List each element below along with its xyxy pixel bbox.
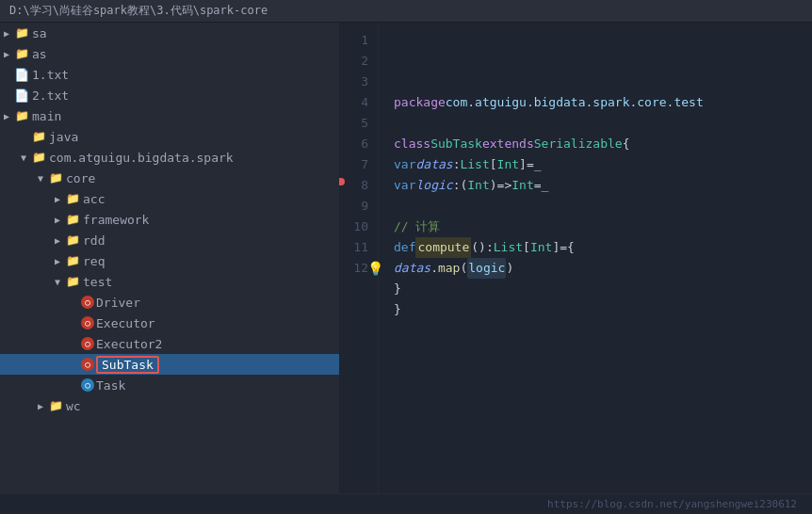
scala-icon: ○ bbox=[81, 316, 94, 329]
folder-icon: 📁 bbox=[30, 130, 47, 143]
tree-item-label: java bbox=[49, 130, 78, 144]
tree-item-Executor[interactable]: ○Executor bbox=[0, 313, 339, 333]
scala-icon: ○ bbox=[81, 337, 94, 350]
tree-item-label: 2.txt bbox=[32, 88, 69, 103]
code-editor[interactable]: 123456789101112 package com.atguigu.bigd… bbox=[339, 23, 812, 493]
line-number-1: 1 bbox=[339, 30, 378, 51]
tree-item-com[interactable]: ▼📁com.atguigu.bigdata.spark bbox=[0, 147, 339, 168]
tree-item-1txt[interactable]: 📄1.txt bbox=[0, 64, 339, 85]
file-tree[interactable]: ▶📁sa▶📁as 📄1.txt 📄2.txt▶📁main 📁java▼📁com.… bbox=[0, 23, 339, 493]
tree-item-test[interactable]: ▼📁test bbox=[0, 271, 339, 292]
tree-arrow[interactable]: ▶ bbox=[51, 256, 64, 266]
tree-item-SubTask[interactable]: ○SubTask bbox=[0, 354, 339, 375]
tree-arrow[interactable]: ▼ bbox=[34, 173, 47, 184]
folder-icon: 📁 bbox=[47, 399, 64, 412]
tree-arrow[interactable]: ▶ bbox=[51, 215, 64, 225]
status-bar: https://blog.csdn.net/yangshengwei230612 bbox=[0, 493, 812, 514]
tree-item-label: test bbox=[83, 275, 112, 289]
tree-arrow[interactable]: ▼ bbox=[51, 277, 64, 287]
code-line-3: class SubTask extends Serializable { bbox=[394, 134, 812, 154]
tree-arrow[interactable]: ▶ bbox=[0, 49, 13, 59]
line-number-4: 4 bbox=[339, 92, 378, 113]
main-area: ▶📁sa▶📁as 📄1.txt 📄2.txt▶📁main 📁java▼📁com.… bbox=[0, 23, 812, 493]
tree-item-java[interactable]: 📁java bbox=[0, 126, 339, 147]
tree-item-Driver[interactable]: ○Driver bbox=[0, 292, 339, 313]
tree-item-label: com.atguigu.bigdata.spark bbox=[49, 151, 234, 165]
bulb-icon[interactable]: 💡 bbox=[367, 258, 383, 279]
scala-icon: ○ bbox=[81, 296, 94, 309]
tree-arrow-empty bbox=[68, 380, 81, 391]
tree-arrow-empty bbox=[0, 90, 13, 101]
line-number-9: 9 bbox=[339, 196, 378, 217]
folder-icon: 📁 bbox=[13, 47, 30, 60]
tree-item-wc[interactable]: ▶📁wc bbox=[0, 395, 339, 416]
tree-item-label: wc bbox=[66, 399, 81, 413]
tree-arrow[interactable]: ▶ bbox=[0, 111, 13, 121]
tree-item-2txt[interactable]: 📄2.txt bbox=[0, 85, 339, 105]
title-text: D:\学习\尚硅谷spark教程\3.代码\spark-core bbox=[9, 3, 268, 19]
code-line-10: } bbox=[394, 279, 812, 299]
tree-arrow[interactable]: ▶ bbox=[34, 401, 47, 411]
tree-item-label: Executor bbox=[96, 316, 155, 330]
tree-arrow-empty bbox=[68, 318, 81, 329]
code-line-8: def compute(): List[Int] = { bbox=[394, 237, 812, 258]
code-line-5: var logic : (Int)=>Int = _ bbox=[394, 175, 812, 196]
code-line-7: // 计算 bbox=[394, 217, 812, 237]
code-line-4: var datas : List[Int] = _ bbox=[394, 154, 812, 175]
tree-item-label: SubTask bbox=[96, 356, 159, 374]
folder-icon: 📁 bbox=[64, 275, 81, 288]
tree-arrow-empty bbox=[0, 70, 13, 80]
code-line-11: } bbox=[394, 299, 812, 320]
line-number-11: 11 bbox=[339, 237, 378, 258]
tree-item-req[interactable]: ▶📁req bbox=[0, 250, 339, 271]
tree-item-label: Driver bbox=[96, 296, 140, 310]
line-number-8: 8 bbox=[339, 175, 378, 196]
tree-item-as[interactable]: ▶📁as bbox=[0, 43, 339, 64]
tree-arrow-empty bbox=[68, 360, 81, 370]
tree-item-label: main bbox=[32, 109, 61, 123]
line-number-3: 3 bbox=[339, 72, 378, 92]
code-line-6 bbox=[394, 196, 812, 217]
code-content: package com.atguigu.bigdata.spark.core.t… bbox=[379, 23, 812, 493]
folder-icon: 📁 bbox=[30, 151, 47, 164]
tree-item-sa[interactable]: ▶📁sa bbox=[0, 23, 339, 43]
tree-arrow[interactable]: ▼ bbox=[17, 153, 30, 163]
tree-item-Task[interactable]: ○Task bbox=[0, 375, 339, 395]
tree-item-core[interactable]: ▼📁core bbox=[0, 168, 339, 188]
code-line-9: 💡 datas.map(logic) bbox=[394, 258, 812, 279]
line-number-5: 5 bbox=[339, 113, 378, 134]
tree-arrow[interactable]: ▶ bbox=[0, 28, 13, 39]
tree-item-main[interactable]: ▶📁main bbox=[0, 105, 339, 126]
folder-icon: 📁 bbox=[64, 254, 81, 267]
scala-blue-icon: ○ bbox=[81, 378, 94, 392]
folder-icon: 📁 bbox=[64, 192, 81, 205]
tree-arrow-empty bbox=[68, 339, 81, 349]
tree-item-Executor2[interactable]: ○Executor2 bbox=[0, 333, 339, 354]
line-number-7: 7 bbox=[339, 154, 378, 175]
tree-item-framework[interactable]: ▶📁framework bbox=[0, 209, 339, 230]
line-number-6: 6 bbox=[339, 134, 378, 154]
file-icon: 📄 bbox=[13, 88, 30, 103]
breakpoint-indicator[interactable] bbox=[339, 178, 345, 185]
tree-arrow-empty bbox=[68, 297, 81, 308]
tree-arrow-empty bbox=[17, 132, 30, 142]
tree-item-label: sa bbox=[32, 26, 47, 40]
folder-icon: 📁 bbox=[13, 109, 30, 122]
tree-item-rdd[interactable]: ▶📁rdd bbox=[0, 230, 339, 250]
tree-item-label: Executor2 bbox=[96, 337, 162, 351]
title-bar: D:\学习\尚硅谷spark教程\3.代码\spark-core bbox=[0, 0, 812, 23]
code-line-12 bbox=[394, 320, 812, 341]
tree-item-label: rdd bbox=[83, 233, 105, 248]
file-icon: 📄 bbox=[13, 68, 30, 82]
folder-icon: 📁 bbox=[13, 26, 30, 40]
tree-arrow[interactable]: ▶ bbox=[51, 235, 64, 246]
tree-item-label: framework bbox=[83, 213, 149, 227]
tree-item-label: Task bbox=[96, 378, 125, 393]
tree-arrow[interactable]: ▶ bbox=[51, 194, 64, 204]
tree-item-label: acc bbox=[83, 192, 105, 206]
line-number-10: 10 bbox=[339, 217, 378, 237]
tree-item-label: as bbox=[32, 47, 47, 61]
status-url: https://blog.csdn.net/yangshengwei230612 bbox=[547, 498, 797, 510]
folder-icon: 📁 bbox=[64, 213, 81, 226]
tree-item-acc[interactable]: ▶📁acc bbox=[0, 188, 339, 209]
